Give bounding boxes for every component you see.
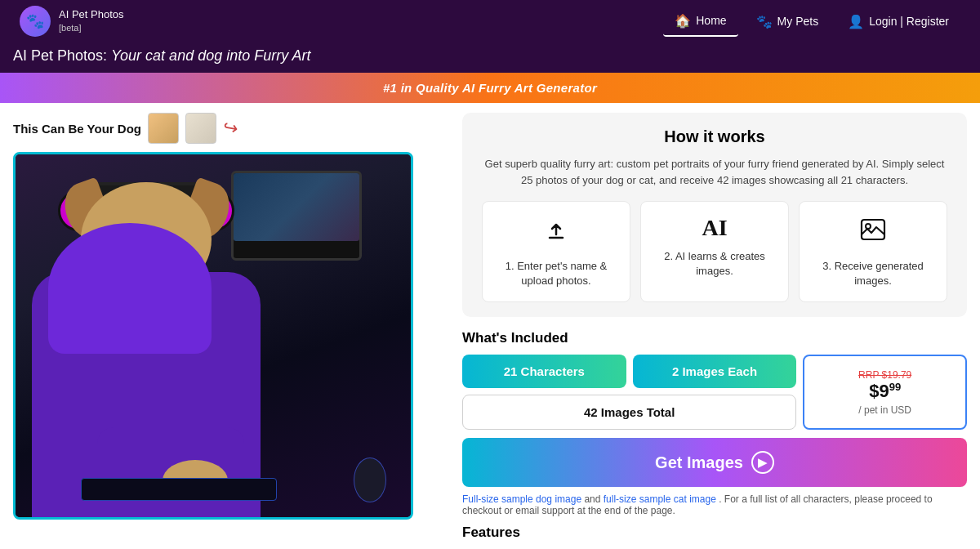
main-nav: 🏠 Home 🐾 My Pets 👤 Login | Register <box>663 7 960 37</box>
sample-cat-link[interactable]: full-size sample cat image <box>604 493 716 505</box>
step-2-text: 2. AI learns & creates images. <box>651 249 778 279</box>
page-title-static: AI Pet Photos: <box>13 47 111 64</box>
steps-container: 1. Enter pet's name & upload photos. AI … <box>482 201 947 302</box>
user-icon: 👤 <box>848 14 864 29</box>
main-content: This Can Be Your Dog ↪ <box>0 103 980 549</box>
cta-arrow-icon: ▶ <box>751 451 774 474</box>
sample-and-text: and <box>584 493 603 505</box>
logo: 🐾 AI Pet Photos [beta] <box>20 6 663 37</box>
pet-image-container <box>13 152 413 520</box>
get-images-label: Get Images <box>655 453 743 472</box>
whats-included-section: What's Included 21 Characters 2 Images E… <box>462 330 967 549</box>
price-unit: / pet in USD <box>858 404 911 416</box>
hoodie-hood <box>48 223 212 354</box>
step-3-text: 3. Receive generated images. <box>809 259 937 288</box>
get-images-button[interactable]: Get Images ▶ <box>462 438 967 487</box>
sample-dog-link[interactable]: Full-size sample dog image <box>462 493 581 505</box>
nav-login[interactable]: 👤 Login | Register <box>836 7 960 36</box>
dog-thumbnail-1 <box>148 113 179 144</box>
ai-icon: AI <box>651 215 778 241</box>
svg-point-1 <box>866 224 871 229</box>
monitor-prop <box>231 171 362 261</box>
nav-login-label: Login | Register <box>869 15 949 28</box>
images-each-box: 2 Images Each <box>633 355 797 388</box>
this-can-be-label: This Can Be Your Dog <box>13 122 141 136</box>
image-icon <box>809 215 937 251</box>
logo-title: AI Pet Photos <box>59 8 124 22</box>
characters-box: 21 Characters <box>462 355 626 388</box>
characters-label: 21 Characters <box>504 364 585 378</box>
step-1-card: 1. Enter pet's name & upload photos. <box>482 201 630 302</box>
how-it-works-description: Get superb quality furry art: custom pet… <box>482 156 947 188</box>
sample-links: Full-size sample dog image and full-size… <box>462 493 967 516</box>
step-2-card: AI 2. AI learns & creates images. <box>640 201 789 302</box>
included-layout: 21 Characters 2 Images Each RRP $19.79 $… <box>462 355 967 430</box>
promo-banner: #1 in Quality AI Furry Art Generator <box>0 73 980 103</box>
main-price: $999 <box>869 381 901 402</box>
arrow-icon: ↪ <box>221 117 239 141</box>
paw-icon: 🐾 <box>756 14 773 29</box>
features-title: Features <box>462 524 967 541</box>
upload-icon <box>492 215 620 251</box>
how-it-works-card: How it works Get superb quality furry ar… <box>462 113 967 317</box>
images-total-box: 42 Images Total <box>462 395 796 430</box>
logo-icon: 🐾 <box>20 6 51 37</box>
nav-home-label: Home <box>696 14 726 27</box>
home-icon: 🏠 <box>675 13 691 29</box>
whats-included-title: What's Included <box>462 330 967 346</box>
nav-my-pets-label: My Pets <box>777 15 819 28</box>
page-title-italic: Your cat and dog into Furry Art <box>111 47 310 64</box>
this-can-be-section: This Can Be Your Dog ↪ <box>13 113 446 144</box>
mouse-prop <box>354 458 386 502</box>
price-box: RRP $19.79 $999 / pet in USD <box>803 355 967 430</box>
step-1-text: 1. Enter pet's name & upload photos. <box>492 259 620 288</box>
rrp-price: RRP $19.79 <box>858 369 911 381</box>
logo-text: AI Pet Photos [beta] <box>59 8 124 33</box>
step-3-card: 3. Receive generated images. <box>799 201 947 302</box>
monitor-screen <box>234 173 359 241</box>
logo-beta: [beta] <box>59 22 124 33</box>
left-column: This Can Be Your Dog ↪ <box>13 113 446 549</box>
how-it-works-title: How it works <box>482 127 947 146</box>
nav-home[interactable]: 🏠 Home <box>663 7 737 37</box>
images-total-label: 42 Images Total <box>584 405 675 419</box>
right-column: How it works Get superb quality furry ar… <box>462 113 967 549</box>
dog-thumbnail-2 <box>185 113 216 144</box>
svg-rect-0 <box>862 220 884 239</box>
page-title-bar: AI Pet Photos: Your cat and dog into Fur… <box>0 42 980 73</box>
keyboard-prop <box>81 478 277 501</box>
nav-my-pets[interactable]: 🐾 My Pets <box>745 7 831 36</box>
pet-image-placeholder <box>16 154 411 517</box>
banner-text: #1 in Quality AI Furry Art Generator <box>383 81 597 95</box>
images-each-label: 2 Images Each <box>672 364 757 378</box>
header: 🐾 AI Pet Photos [beta] 🏠 Home 🐾 My Pets … <box>0 0 980 42</box>
